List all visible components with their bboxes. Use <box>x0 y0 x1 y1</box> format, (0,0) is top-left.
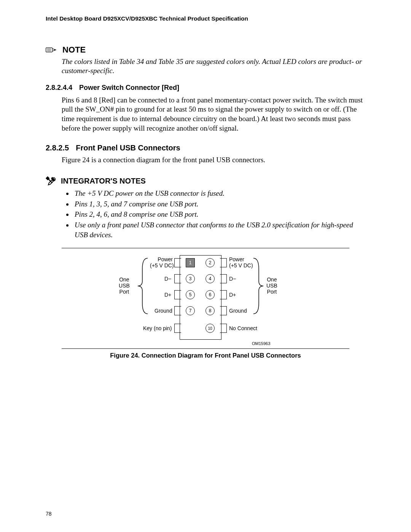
pad <box>174 324 181 333</box>
pad <box>220 274 227 283</box>
pin-label: D− <box>229 276 236 282</box>
note-icon <box>46 46 56 54</box>
pin-2: 2 <box>206 258 215 267</box>
figure-24: Power(+5 V DC) 1 2 Power(+5 V DC) D− 3 4… <box>62 248 349 349</box>
figure-caption: Figure 24. Connection Diagram for Front … <box>46 352 365 359</box>
pin-label: Ground <box>229 308 247 314</box>
pin-10: 10 <box>206 324 215 333</box>
body-2-8-2-5: Figure 24 is a connection diagram for th… <box>62 155 365 165</box>
heading-2-8-2-5: 2.8.2.5Front Panel USB Connectors <box>46 144 365 152</box>
brace-right-icon <box>253 257 264 315</box>
pin-6: 6 <box>206 290 215 299</box>
pin-3: 3 <box>186 274 195 283</box>
pad <box>174 258 181 267</box>
pin-5: 5 <box>186 290 195 299</box>
pin-4: 4 <box>206 274 215 283</box>
integrator-bullets: The +5 V DC power on the USB connector i… <box>73 189 365 240</box>
list-item: Pins 2, 4, 6, and 8 comprise one USB por… <box>73 209 365 219</box>
brace-left-icon <box>137 257 148 315</box>
tools-icon <box>46 176 56 186</box>
pad <box>220 306 227 315</box>
page-number: 78 <box>46 511 52 517</box>
note-heading: NOTE <box>62 45 86 55</box>
diagram-id: OM15963 <box>252 341 270 346</box>
pad <box>174 274 181 283</box>
pin-label: Ground <box>155 308 172 314</box>
list-item: Use only a front panel USB connector tha… <box>73 220 365 240</box>
connector-outline <box>180 255 221 340</box>
heading-2-8-2-4-4: 2.8.2.4.4Power Switch Connector [Red] <box>46 84 365 92</box>
integrator-heading: INTEGRATOR'S NOTES <box>61 177 146 185</box>
pin-label: No Connect <box>229 325 257 331</box>
body-2-8-2-4-4: Pins 6 and 8 [Red] can be connected to a… <box>62 96 365 133</box>
pad <box>220 290 227 299</box>
usb-connector-diagram: Power(+5 V DC) 1 2 Power(+5 V DC) D− 3 4… <box>62 253 351 346</box>
note-body: The colors listed in Table 34 and Table … <box>62 57 365 75</box>
pin-label: D+ <box>164 292 171 298</box>
pin-label: Key (no pin) <box>143 325 172 331</box>
pad <box>220 258 227 267</box>
list-item: The +5 V DC power on the USB connector i… <box>73 189 365 198</box>
pin-label: D+ <box>229 292 236 298</box>
pin-1: 1 <box>186 258 195 267</box>
pin-label: Power(+5 V DC) <box>229 257 253 268</box>
brace-label-left: OneUSBPort <box>119 276 130 295</box>
pin-8: 8 <box>206 306 215 315</box>
brace-label-right: OneUSBPort <box>266 276 277 295</box>
pin-label: D− <box>164 276 171 282</box>
pin-7: 7 <box>186 306 195 315</box>
pin-label: Power(+5 V DC) <box>150 257 173 268</box>
pad <box>174 290 181 299</box>
pad <box>220 324 227 333</box>
page-header: Intel Desktop Board D925XCV/D925XBC Tech… <box>46 15 365 22</box>
pad <box>174 306 181 315</box>
list-item: Pins 1, 3, 5, and 7 comprise one USB por… <box>73 199 365 209</box>
